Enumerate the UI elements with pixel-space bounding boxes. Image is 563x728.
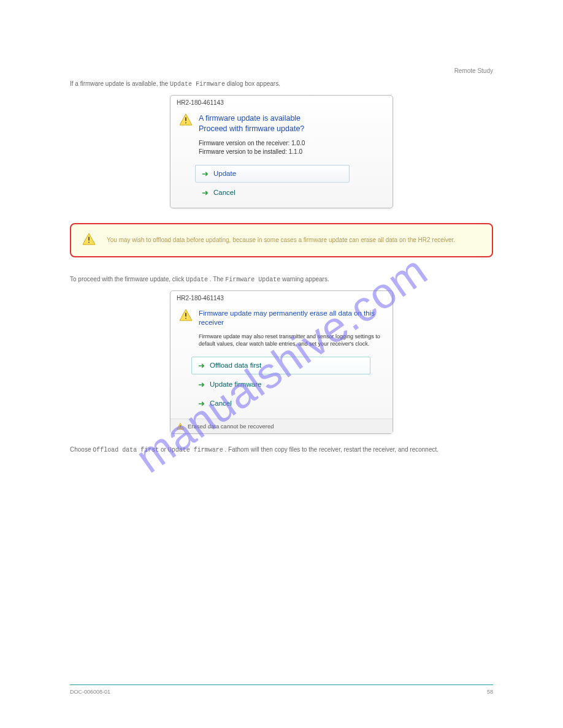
text: . Fathom will then copy files to the rec…: [225, 446, 439, 453]
arrow-right-icon: ➜: [198, 381, 205, 389]
dialog-headline-1: A firmware update is available: [199, 113, 305, 124]
firmware-warning-dialog: HR2-180-461143 Firmware update may perma…: [170, 290, 393, 434]
intro-paragraph: If a firmware update is available, the U…: [70, 79, 493, 89]
firmware-update-dialog: HR2-180-461143 A firmware update is avai…: [170, 95, 393, 208]
footer-text: Erased data cannot be recovered: [188, 423, 274, 430]
warning-icon: [177, 423, 184, 430]
text: warning appears.: [282, 276, 329, 282]
button-label: Cancel: [210, 400, 232, 407]
ui-term: Update: [186, 276, 208, 283]
button-label: Offload data first: [210, 362, 261, 369]
dialog-subtext: Firmware update may also reset transmitt…: [199, 333, 384, 348]
svg-rect-5: [185, 317, 186, 319]
ui-term: Update Firmware: [170, 81, 225, 88]
dialog-footer: Erased data cannot be recovered: [170, 419, 393, 433]
callout-text: You may wish to offload data before upda…: [107, 235, 455, 245]
firmware-current-version: Firmware version on the receiver: 1.0.0: [199, 139, 305, 148]
arrow-right-icon: ➜: [198, 362, 205, 370]
svg-rect-2: [88, 237, 90, 240]
text: If a firmware update is available, the: [70, 80, 170, 87]
dialog-title: HR2-180-461143: [170, 96, 393, 110]
cancel-button[interactable]: ➜ Cancel: [191, 395, 370, 412]
warning-callout: You may wish to offload data before upda…: [70, 223, 493, 257]
text: or: [161, 446, 168, 453]
dialog-headline-2: Proceed with firmware update?: [199, 124, 305, 134]
warning-icon: [179, 113, 193, 156]
arrow-right-icon: ➜: [202, 170, 209, 178]
svg-rect-1: [185, 123, 186, 124]
doc-number: DOC-006008-01: [70, 689, 110, 695]
page-number: 58: [487, 689, 493, 695]
offload-data-button[interactable]: ➜ Offload data first: [191, 357, 370, 374]
update-firmware-button[interactable]: ➜ Update firmware: [191, 376, 370, 393]
text: To proceed with the firmware update, cli…: [70, 276, 186, 282]
svg-rect-7: [180, 428, 181, 428]
svg-rect-4: [185, 313, 186, 316]
svg-rect-0: [185, 117, 186, 121]
button-label: Update firmware: [210, 381, 261, 388]
mid-paragraph: To proceed with the firmware update, cli…: [70, 275, 493, 284]
dialog-title: HR2-180-461143: [170, 291, 393, 305]
ui-term: Firmware Update: [225, 276, 280, 283]
warning-icon: [82, 233, 98, 248]
warning-icon: [179, 309, 193, 348]
svg-rect-3: [88, 241, 90, 243]
button-label: Cancel: [213, 189, 236, 196]
page-footer: DOC-006008-01 58: [70, 684, 493, 695]
svg-rect-6: [180, 425, 181, 427]
text: dialog box appears.: [227, 80, 280, 87]
page: Remote Study If a firmware update is ava…: [0, 0, 563, 728]
ui-term: Offload data first: [93, 447, 159, 453]
page-header-right: Remote Study: [70, 67, 493, 74]
ui-term: Update firmware: [168, 447, 223, 453]
arrow-right-icon: ➜: [202, 189, 209, 197]
arrow-right-icon: ➜: [198, 400, 205, 408]
cancel-button[interactable]: ➜ Cancel: [195, 184, 350, 202]
update-button[interactable]: ➜ Update: [195, 165, 350, 183]
text: . The: [210, 276, 225, 282]
button-label: Update: [213, 170, 236, 177]
dialog-headline: Firmware update may permanently erase al…: [199, 309, 384, 328]
firmware-new-version: Firmware version to be installed: 1.1.0: [199, 148, 305, 156]
closing-paragraph: Choose Offload data first or Update firm…: [70, 445, 493, 455]
text: Choose: [70, 446, 93, 453]
